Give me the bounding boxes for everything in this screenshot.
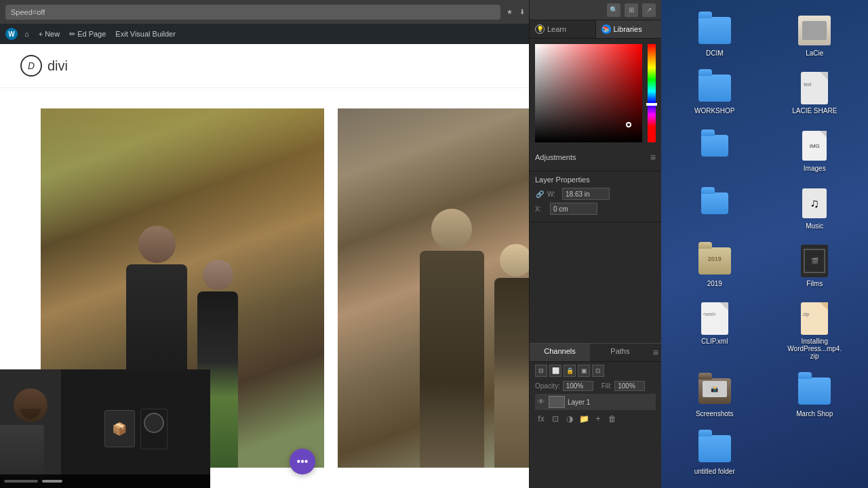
adjustments-menu-icon[interactable]: ≡ (650, 152, 656, 163)
color-gradient-dark-overlay (535, 44, 642, 142)
libraries-icon: 📚 (601, 24, 611, 34)
video-progress[interactable] (4, 480, 38, 483)
fill-input[interactable] (614, 381, 645, 391)
color-gradient[interactable] (535, 44, 642, 142)
layers-panel: ⊟ ⬜ 🔒 ▣ ⊡ Opacity: Fill: 👁 Layer 1 fx ⊡ … (530, 362, 661, 488)
lock-icon[interactable]: 🔒 (564, 365, 576, 377)
layer-properties-section: Layer Properties 🔗 W: X: (530, 171, 661, 222)
paths-tab[interactable]: Paths (590, 344, 650, 361)
layers-toolbar: ⊟ ⬜ 🔒 ▣ ⊡ (535, 365, 656, 377)
wp-exit-visual-builder[interactable]: Exit Visual Builder (113, 24, 178, 44)
layer-folder-icon[interactable]: 📁 (578, 413, 590, 425)
desktop-icon-workshop[interactable]: WORKSHOP (668, 68, 762, 119)
clip-xml-icon: <xml> (698, 302, 731, 335)
images-icon: IMG (798, 129, 831, 162)
wp-logo[interactable]: W (5, 28, 18, 40)
desktop-icon-folder2[interactable] (668, 183, 762, 234)
channels-tab[interactable]: Channels (530, 344, 590, 361)
desktop-icon-films[interactable]: 🎬 Films (768, 241, 862, 291)
desktop-area: DCIM LaCie WORKSHOP text (661, 0, 868, 488)
learn-icon: 💡 (535, 24, 545, 34)
divi-logo-text: divi (47, 58, 68, 74)
group-icon[interactable]: ▣ (578, 365, 590, 377)
wp-edit-page-button[interactable]: ✏ ✏ Ed Page Ed Page (66, 24, 108, 44)
desktop-icon-march-shop[interactable]: March Shop (768, 371, 862, 422)
color-spectrum[interactable] (648, 44, 656, 142)
wp-new-button[interactable]: + New (36, 24, 63, 44)
opacity-input[interactable] (563, 381, 593, 391)
folder2-icon (698, 187, 731, 220)
learn-button[interactable]: 💡 Learn (530, 20, 596, 38)
layer-properties-header: Layer Properties (535, 176, 656, 184)
libraries-button[interactable]: 📚 Libraries (596, 20, 662, 38)
adjustments-section: Adjustments ≡ (530, 148, 661, 171)
ps-new-panel-icon[interactable]: ⊞ (625, 3, 638, 17)
video-camera-setup: 📦 (61, 369, 210, 488)
adjustments-title: Adjustments (535, 153, 576, 161)
layer-visibility-icon[interactable]: 👁 (538, 398, 546, 406)
desktop-icon-2019[interactable]: 2019 2019 (668, 241, 762, 291)
layer-fx-icon[interactable]: fx (535, 413, 547, 425)
layer-thumbnail (549, 396, 565, 408)
desktop-icon-lacie[interactable]: LaCie (768, 10, 862, 61)
ps-panel: 🔍 ⊞ ↗ 💡 Learn 📚 Libraries (529, 0, 661, 488)
link-icon[interactable]: 🔗 (535, 189, 545, 199)
width-row: 🔗 W: (535, 188, 656, 200)
height-input[interactable] (550, 203, 597, 215)
wp-install-icon: zip (798, 302, 831, 335)
screenshots-icon: 📸 (698, 375, 731, 407)
divi-logo: D divi (20, 55, 68, 77)
fab-button[interactable]: ••• (290, 449, 315, 474)
channels-menu-icon[interactable]: ≡ (650, 344, 661, 361)
address-bar[interactable]: Speed=off (5, 5, 500, 20)
lacie-share-icon: text (798, 72, 831, 104)
filter-icon[interactable]: ⊟ (535, 365, 547, 377)
color-row (535, 44, 656, 142)
small-folder-icon (698, 129, 731, 162)
desktop-icon-music[interactable]: ♫ Music (768, 183, 862, 234)
desktop-icon-untitled-folder[interactable]: untitled folder (668, 428, 762, 479)
wp-home-icon[interactable]: ⌂ (22, 24, 32, 44)
desktop-icon-clip-xml[interactable]: <xml> CLIP.xml (668, 298, 762, 364)
channels-paths-tabs: Channels Paths ≡ (530, 343, 661, 362)
workshop-icon (698, 72, 731, 104)
width-input[interactable] (562, 188, 610, 200)
layer-name: Layer 1 (568, 399, 590, 406)
desktop-icon-dcim[interactable]: DCIM (668, 10, 762, 61)
layer-delete-icon[interactable]: 🗑 (606, 413, 618, 425)
video-bar (0, 474, 210, 488)
ps-search-icon[interactable]: 🔍 (607, 3, 620, 17)
opacity-row: Opacity: Fill: (535, 381, 656, 391)
layer-mask-icon[interactable]: ⊡ (549, 413, 561, 425)
layer-properties-title: Layer Properties (535, 176, 590, 184)
desktop-icon-small-folder[interactable] (668, 125, 762, 176)
normal-select[interactable]: ⬜ (549, 365, 561, 377)
2019-icon: 2019 (698, 245, 731, 277)
march-shop-icon (798, 375, 831, 407)
films-icon: 🎬 (798, 245, 831, 277)
video-person (0, 369, 61, 488)
desktop-icon-lacie-share[interactable]: text LACIE SHARE (768, 68, 862, 119)
layer-adj-icon[interactable]: ◑ (564, 413, 576, 425)
dcim-icon (698, 14, 731, 47)
layer-new-icon[interactable]: + (592, 413, 604, 425)
layers-actions: fx ⊡ ◑ 📁 + 🗑 (535, 413, 656, 425)
music-icon: ♫ (798, 187, 831, 220)
color-gradient-container[interactable] (535, 44, 642, 142)
desktop-icon-images[interactable]: IMG Images (768, 125, 862, 176)
star-icon[interactable]: ★ (505, 7, 514, 17)
ps-export-icon[interactable]: ↗ (642, 3, 656, 17)
learn-libraries-tabs: 💡 Learn 📚 Libraries (530, 20, 661, 39)
arrange-icon[interactable]: ⊡ (592, 365, 604, 377)
layer-item[interactable]: 👁 Layer 1 (535, 394, 656, 410)
desktop-icon-screenshots[interactable]: 📸 Screenshots (668, 371, 762, 422)
ps-panel-header: 🔍 ⊞ ↗ (530, 0, 661, 20)
w-label: W: (547, 190, 559, 198)
divi-logo-circle: D (20, 55, 42, 77)
video-content: 📦 (0, 369, 210, 488)
desktop-icon-wp-install[interactable]: zip Installing WordPress...mp4.zip (768, 298, 862, 364)
untitled-folder-icon (698, 432, 731, 465)
download-icon[interactable]: ⬇ (517, 7, 527, 17)
libraries-label: Libraries (614, 25, 642, 33)
lacie-icon (798, 14, 831, 47)
